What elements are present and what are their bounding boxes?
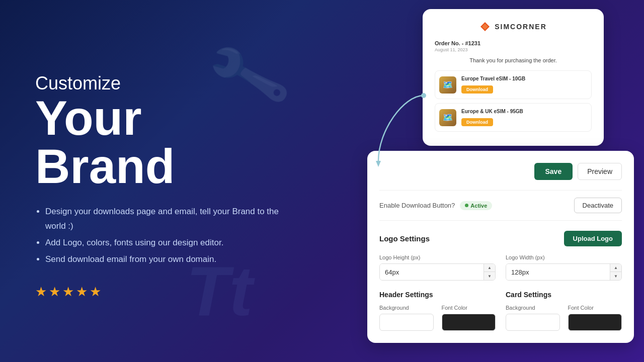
star-1: ★ bbox=[35, 284, 47, 300]
logo-width-group: Logo Width (px) ▲ ▼ bbox=[506, 254, 622, 281]
bullet-3: Send download email from your own domain… bbox=[45, 252, 282, 267]
card-background-group: Background bbox=[506, 305, 560, 331]
order-date: August 11, 2023 bbox=[435, 47, 592, 52]
active-dot bbox=[465, 204, 468, 207]
arrow-connector bbox=[373, 90, 434, 173]
active-status-text: Active bbox=[470, 203, 487, 209]
logo-height-input-wrapper: ▲ ▼ bbox=[379, 263, 496, 281]
header-color-fields: Background Font Color bbox=[379, 305, 496, 331]
logo-width-input-wrapper: ▲ ▼ bbox=[506, 263, 622, 281]
product-item-1: 🗺️ Europe Travel eSIM - 10GB Download bbox=[435, 70, 592, 99]
download-button-2[interactable]: Download bbox=[461, 118, 493, 126]
enable-download-row: Enable Download Button? Active Deactivat… bbox=[379, 190, 622, 221]
enable-label: Enable Download Button? bbox=[379, 202, 455, 209]
card-font-input[interactable] bbox=[568, 314, 622, 331]
card-bg-input[interactable] bbox=[506, 314, 560, 331]
card-color-fields: Background Font Color bbox=[506, 305, 622, 331]
product-item-2: 🗺️ Europe & UK eSIM - 95GB Download bbox=[435, 103, 592, 132]
upload-logo-button[interactable]: Upload Logo bbox=[564, 231, 622, 246]
product-thumbnail-1: 🗺️ bbox=[439, 76, 456, 94]
logo-width-label: Logo Width (px) bbox=[506, 254, 622, 260]
order-number: Order No. - #1231 bbox=[435, 40, 592, 46]
logo-height-arrows: ▲ ▼ bbox=[484, 264, 495, 280]
logo-width-input[interactable] bbox=[506, 264, 610, 280]
email-header: SIMCORNER bbox=[435, 21, 592, 32]
deactivate-button[interactable]: Deactivate bbox=[574, 198, 622, 213]
logo-height-input[interactable] bbox=[380, 264, 484, 280]
logo-height-group: Logo Height (px) ▲ ▼ bbox=[379, 254, 496, 281]
product-name-1: Europe Travel eSIM - 10GB bbox=[461, 76, 587, 81]
logo-width-down[interactable]: ▼ bbox=[610, 272, 621, 280]
product-info-1: Europe Travel eSIM - 10GB Download bbox=[461, 76, 587, 94]
thank-you-text: Thank you for purchasing the order. bbox=[435, 57, 592, 63]
headline-large: YourBrand bbox=[35, 94, 282, 191]
logo-height-down[interactable]: ▼ bbox=[484, 272, 495, 280]
settings-card: Save Preview Enable Download Button? Act… bbox=[367, 151, 634, 343]
star-3: ★ bbox=[62, 284, 74, 300]
header-font-label: Font Color bbox=[442, 305, 496, 311]
product-info-2: Europe & UK eSIM - 95GB Download bbox=[461, 109, 587, 126]
download-button-1[interactable]: Download bbox=[461, 85, 493, 94]
feature-list: Design your downloads page and email, te… bbox=[35, 205, 282, 269]
star-5: ★ bbox=[90, 284, 101, 300]
header-settings-title: Header Settings bbox=[379, 291, 496, 299]
product-name-2: Europe & UK eSIM - 95GB bbox=[461, 109, 587, 114]
enable-label-group: Enable Download Button? Active bbox=[379, 201, 492, 210]
logo-height-up[interactable]: ▲ bbox=[484, 264, 495, 272]
simcorner-logo-icon bbox=[479, 21, 491, 32]
star-2: ★ bbox=[49, 284, 60, 300]
card-bg-label: Background bbox=[506, 305, 560, 311]
active-badge: Active bbox=[460, 201, 492, 210]
bullet-1: Design your downloads page and email, te… bbox=[45, 205, 282, 234]
email-brand-name: SIMCORNER bbox=[495, 23, 547, 31]
logo-settings-section: Logo Settings Upload Logo Logo Height (p… bbox=[379, 231, 622, 281]
bullet-2: Add Logo, colors, fonts using our design… bbox=[45, 236, 282, 250]
svg-point-2 bbox=[421, 93, 426, 98]
card-settings-title: Card Settings bbox=[506, 291, 622, 299]
logo-section-header: Logo Settings Upload Logo bbox=[379, 231, 622, 246]
logo-settings-title: Logo Settings bbox=[379, 234, 430, 243]
logo-width-arrows: ▲ ▼ bbox=[610, 264, 621, 280]
header-font-input[interactable] bbox=[442, 314, 496, 331]
card-settings-section: Card Settings Background Font Color bbox=[506, 291, 622, 331]
email-preview-card: SIMCORNER Order No. - #1231 August 11, 2… bbox=[423, 9, 604, 146]
header-settings-section: Header Settings Background Font Color bbox=[379, 291, 496, 331]
header-background-group: Background bbox=[379, 305, 434, 331]
card-fontcolor-group: Font Color bbox=[568, 305, 622, 331]
star-4: ★ bbox=[76, 284, 88, 300]
logo-width-up[interactable]: ▲ bbox=[610, 264, 621, 272]
left-panel: Customize YourBrand Design your download… bbox=[0, 0, 312, 362]
svg-marker-3 bbox=[376, 161, 381, 167]
header-bg-label: Background bbox=[379, 305, 434, 311]
logo-height-label: Logo Height (px) bbox=[379, 254, 496, 260]
save-button[interactable]: Save bbox=[534, 163, 573, 180]
logo-dimensions-row: Logo Height (px) ▲ ▼ Logo Width (px) ▲ ▼ bbox=[379, 254, 622, 281]
preview-button[interactable]: Preview bbox=[578, 163, 622, 180]
bottom-settings-row: Header Settings Background Font Color Ca… bbox=[379, 291, 622, 331]
star-rating: ★ ★ ★ ★ ★ bbox=[35, 284, 282, 300]
header-fontcolor-group: Font Color bbox=[442, 305, 496, 331]
card-font-label: Font Color bbox=[568, 305, 622, 311]
product-thumbnail-2: 🗺️ bbox=[439, 109, 456, 126]
header-bg-input[interactable] bbox=[379, 314, 434, 331]
